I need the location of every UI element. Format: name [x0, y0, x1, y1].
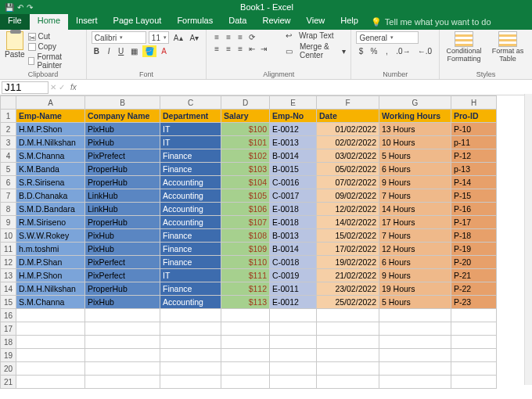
outdent-button[interactable]: ⇤ — [246, 43, 257, 54]
cell[interactable] — [221, 349, 270, 362]
cell[interactable] — [451, 349, 497, 362]
cell[interactable]: 17 Hours — [379, 216, 451, 229]
cell[interactable] — [221, 376, 270, 389]
cell[interactable]: E-0012 — [270, 123, 317, 136]
cell[interactable]: 21/02/2022 — [317, 269, 379, 282]
cell[interactable]: $109 — [221, 243, 270, 256]
tab-data[interactable]: Data — [221, 14, 254, 30]
cell[interactable]: D.M.P.Shan — [16, 256, 85, 269]
header-cell[interactable]: Date — [317, 110, 379, 123]
cell[interactable] — [379, 376, 451, 389]
cell[interactable] — [379, 322, 451, 336]
orientation-button[interactable]: ⟳ — [246, 31, 257, 42]
copy-button[interactable]: Copy — [28, 41, 81, 52]
cell[interactable]: 9 Hours — [379, 269, 451, 282]
font-size-combo[interactable]: 11▾ — [149, 31, 169, 44]
cell[interactable]: E-0013 — [270, 136, 317, 149]
cell[interactable] — [270, 336, 317, 349]
cell[interactable]: Finance — [160, 243, 221, 256]
column-header[interactable]: B — [85, 96, 160, 110]
cell[interactable]: 7 Hours — [379, 229, 451, 243]
cell[interactable] — [379, 336, 451, 349]
cell[interactable]: R.M.Siriseno — [16, 216, 85, 229]
cell[interactable]: 14 Hours — [379, 203, 451, 216]
cell[interactable] — [85, 376, 160, 389]
cell[interactable] — [16, 376, 85, 389]
cell[interactable]: E-0018 — [270, 216, 317, 229]
cell[interactable]: 14/02/2022 — [317, 216, 379, 229]
name-box[interactable] — [2, 81, 49, 94]
cell[interactable]: IT — [160, 136, 221, 149]
cell[interactable]: H.M.P.Shon — [16, 123, 85, 136]
cell[interactable] — [160, 362, 221, 376]
header-cell[interactable]: Department — [160, 110, 221, 123]
cell[interactable]: P-22 — [451, 282, 497, 296]
cell[interactable]: P-15 — [451, 189, 497, 203]
row-header[interactable]: 5 — [1, 163, 16, 176]
column-header[interactable]: A — [16, 96, 85, 110]
header-cell[interactable]: Company Name — [85, 110, 160, 123]
cell[interactable]: P-23 — [451, 296, 497, 309]
cell[interactable] — [317, 362, 379, 376]
row-header[interactable]: 17 — [1, 322, 16, 336]
cell[interactable] — [379, 362, 451, 376]
cell[interactable]: IT — [160, 269, 221, 282]
border-button[interactable]: ▦ — [128, 45, 140, 57]
cell[interactable]: p-11 — [451, 136, 497, 149]
conditional-formatting-button[interactable]: Conditional Formatting — [444, 31, 483, 63]
tab-formulas[interactable]: Formulas — [169, 14, 221, 30]
cell[interactable] — [221, 362, 270, 376]
cell[interactable]: C-0017 — [270, 189, 317, 203]
cell[interactable]: $112 — [221, 282, 270, 296]
format-painter-button[interactable]: Format Painter — [28, 52, 81, 70]
cell[interactable]: C-0019 — [270, 269, 317, 282]
cell[interactable] — [317, 336, 379, 349]
tab-page-layout[interactable]: Page Layout — [106, 14, 170, 30]
row-header[interactable]: 21 — [1, 376, 16, 389]
tab-help[interactable]: Help — [332, 14, 366, 30]
cut-button[interactable]: ✂Cut — [28, 31, 81, 41]
fx-enter-icon[interactable]: ✓ — [59, 83, 65, 92]
fx-icon[interactable]: fx — [70, 83, 77, 92]
paste-button[interactable]: Paste — [5, 31, 28, 70]
cell[interactable] — [221, 309, 270, 322]
row-header[interactable]: 1 — [1, 110, 16, 123]
align-top-button[interactable]: ≡ — [211, 31, 222, 42]
align-middle-button[interactable]: ≡ — [223, 31, 234, 42]
cell[interactable]: ProperHub — [85, 216, 160, 229]
cell[interactable]: P-20 — [451, 256, 497, 269]
tab-review[interactable]: Review — [254, 14, 298, 30]
cell[interactable]: $113 — [221, 296, 270, 309]
cell[interactable]: S.M.Channa — [16, 296, 85, 309]
cell[interactable] — [160, 336, 221, 349]
cell[interactable]: B.D.Chanaka — [16, 189, 85, 203]
cell[interactable]: 03/02/2022 — [317, 149, 379, 163]
cell[interactable] — [270, 362, 317, 376]
header-cell[interactable]: Salary — [221, 110, 270, 123]
cell[interactable] — [317, 376, 379, 389]
cell[interactable] — [221, 336, 270, 349]
cell[interactable]: Finance — [160, 229, 221, 243]
cell[interactable]: PixHub — [85, 136, 160, 149]
cell[interactable] — [160, 376, 221, 389]
header-cell[interactable]: Working Hours — [379, 110, 451, 123]
undo-icon[interactable]: ↶ — [17, 3, 23, 12]
cell[interactable]: PixHub — [85, 123, 160, 136]
cell[interactable]: B-0013 — [270, 229, 317, 243]
row-header[interactable]: 19 — [1, 349, 16, 362]
cell[interactable]: 19 Hours — [379, 282, 451, 296]
tab-view[interactable]: View — [299, 14, 333, 30]
fill-color-button[interactable]: 🪣 — [142, 45, 156, 57]
row-header[interactable]: 10 — [1, 229, 16, 243]
cell[interactable]: Finance — [160, 282, 221, 296]
cell[interactable]: 05/02/2022 — [317, 163, 379, 176]
percent-button[interactable]: % — [368, 45, 379, 57]
cell[interactable]: $100 — [221, 123, 270, 136]
cell[interactable]: D.M.H.Nilkshan — [16, 282, 85, 296]
accounting-button[interactable]: $ — [356, 45, 365, 57]
column-header[interactable]: D — [221, 96, 270, 110]
cell[interactable]: S.W.W.Rokey — [16, 229, 85, 243]
cell[interactable]: 5 Hours — [379, 296, 451, 309]
cell[interactable] — [379, 309, 451, 322]
cell[interactable]: 07/02/2022 — [317, 176, 379, 189]
